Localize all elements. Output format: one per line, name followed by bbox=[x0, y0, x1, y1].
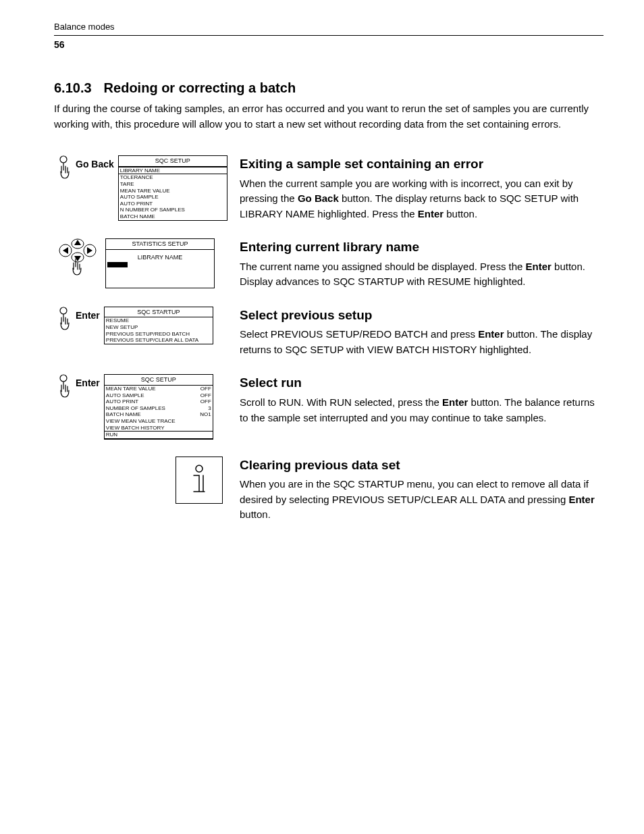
step-body: When the current sample you are working … bbox=[240, 176, 603, 222]
step-heading: Clearing previous data set bbox=[240, 457, 603, 475]
step-body: Select PREVIOUS SETUP/REDO BATCH and pre… bbox=[240, 327, 603, 357]
page-number: 56 bbox=[54, 38, 603, 52]
hand-press-icon bbox=[54, 155, 77, 182]
step-body: When you are in the SQC STARTUP menu, yo… bbox=[240, 477, 603, 523]
svg-point-12 bbox=[60, 375, 67, 382]
nav-block bbox=[54, 238, 101, 286]
header-line: Balance modes bbox=[54, 20, 603, 36]
step-heading: Entering current library name bbox=[240, 238, 603, 257]
lcd-screen: SQC SETUPLIBRARY NAMETOLERANCETAREMEAN T… bbox=[118, 155, 227, 220]
chapter-name: Balance modes bbox=[54, 22, 115, 32]
svg-point-11 bbox=[60, 307, 67, 314]
step-body: Scroll to RUN. With RUN selected, press … bbox=[240, 395, 603, 425]
lcd-screen: SQC STARTUPRESUMENEW SETUPPREVIOUS SETUP… bbox=[104, 307, 213, 344]
step-row: Enter SQC STARTUPRESUMENEW SETUPPREVIOUS… bbox=[54, 307, 603, 358]
svg-point-13 bbox=[196, 465, 203, 472]
step-row: Go Back SQC SETUPLIBRARY NAMETOLERANCETA… bbox=[54, 155, 603, 221]
svg-marker-4 bbox=[87, 247, 92, 254]
svg-point-0 bbox=[60, 156, 67, 163]
section-title: Redoing or correcting a batch bbox=[104, 80, 296, 95]
info-icon bbox=[186, 463, 213, 497]
svg-marker-1 bbox=[74, 240, 81, 245]
hand-label: Enter bbox=[76, 309, 100, 323]
info-box bbox=[176, 457, 223, 504]
lcd-screen: SQC SETUPMEAN TARE VALUEOFFAUTO SAMPLEOF… bbox=[104, 374, 213, 439]
step-heading: Select previous setup bbox=[240, 307, 603, 325]
step-row: STATISTICS SETUPLIBRARY NAME Entering cu… bbox=[54, 238, 603, 290]
step-heading: Exiting a sample set containing an error bbox=[240, 155, 603, 174]
hand-press-icon bbox=[54, 374, 77, 401]
step-row: Enter SQC SETUPMEAN TARE VALUEOFFAUTO SA… bbox=[54, 374, 603, 439]
svg-marker-3 bbox=[63, 247, 68, 254]
hand-press-icon bbox=[54, 307, 77, 334]
hand-label: Go Back bbox=[76, 158, 114, 172]
step-heading: Select run bbox=[240, 374, 603, 392]
section-number: 6.10.3 bbox=[54, 78, 92, 97]
nav-arrows-icon bbox=[56, 238, 99, 286]
section-heading: 6.10.3Redoing or correcting a batch bbox=[54, 78, 603, 97]
section-intro: If during the course of taking samples, … bbox=[54, 101, 603, 132]
step-row: Clearing previous data set When you are … bbox=[54, 457, 603, 523]
hand-label: Enter bbox=[76, 377, 100, 390]
lcd-screen: STATISTICS SETUPLIBRARY NAME bbox=[105, 238, 215, 288]
step-body: The current name you assigned should be … bbox=[240, 259, 603, 290]
svg-point-6 bbox=[76, 249, 80, 253]
